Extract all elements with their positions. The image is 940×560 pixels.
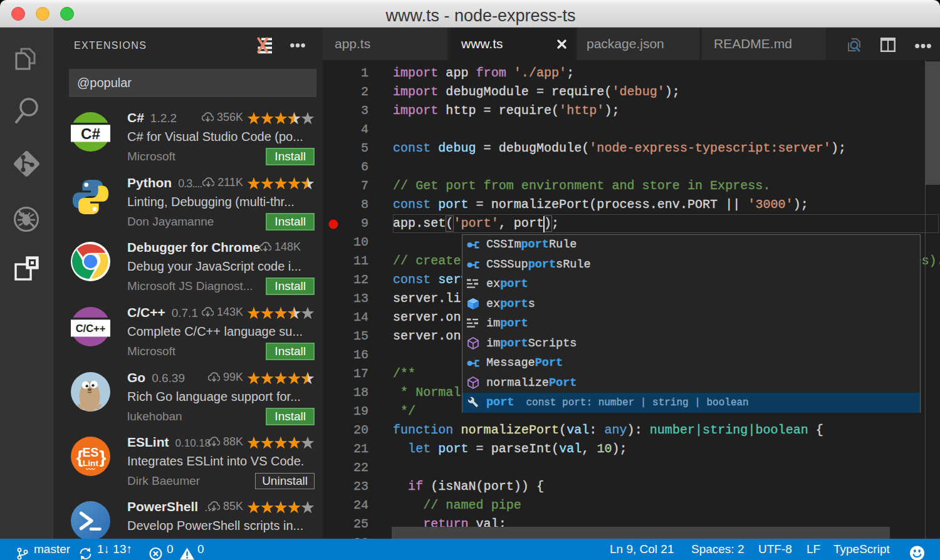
svg-text:Lint: Lint <box>83 459 98 468</box>
svg-text:ES: ES <box>83 445 99 459</box>
svg-text:C/C++: C/C++ <box>76 323 106 334</box>
svg-text:}: } <box>100 447 107 467</box>
svg-text:C#: C# <box>81 125 100 142</box>
